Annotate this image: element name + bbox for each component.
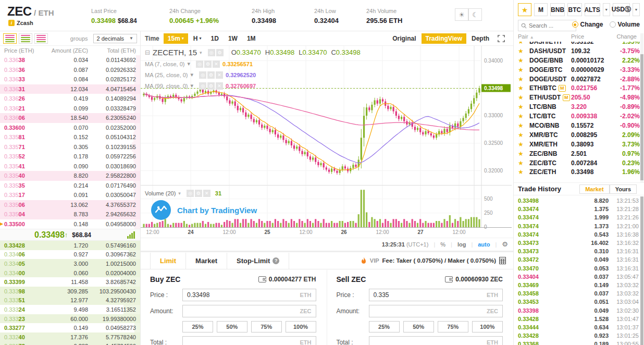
buy-amount-input[interactable]	[183, 305, 316, 317]
orderbook-ask-row[interactable]: 0.336380.0340.01143692	[0, 55, 140, 65]
trade-row[interactable]: 0.334530.05113:03:04	[514, 298, 640, 306]
tab-stop-limit[interactable]: Stop-Limit?	[227, 253, 289, 269]
chevron-down-icon[interactable]: ▼	[603, 3, 610, 16]
orderbook-ask-row[interactable]: 0.336260.4190.14089294	[0, 94, 140, 104]
interval-15m[interactable]: 15m▾	[164, 33, 188, 44]
trade-row[interactable]: 0.3347316.40213:16:32	[514, 239, 640, 247]
orderbook-ask-row[interactable]: 0.335170.0910.03050047	[0, 190, 140, 200]
orderbook-ask-row[interactable]: 0.335710.3050.10239155	[0, 142, 140, 152]
tab-usds[interactable]: USDⓈ	[613, 3, 630, 16]
radio-change[interactable]: Change	[572, 21, 603, 28]
dark-theme-icon[interactable]: ☾	[468, 8, 482, 21]
interval-H[interactable]: H▾	[189, 33, 206, 44]
star-icon[interactable]: ★	[518, 57, 529, 64]
gear-icon[interactable]: ⚙	[204, 60, 212, 68]
trade-row[interactable]: 0.334730.31013:16:31	[514, 247, 640, 255]
eye-icon[interactable]: ◎	[199, 82, 206, 90]
gear-icon[interactable]: ⚙	[207, 71, 215, 79]
percent-button[interactable]: 100%	[286, 321, 316, 332]
orderbook-ask-row[interactable]: 0.335520.1780.05972256	[0, 152, 140, 162]
vip-label[interactable]: VIP	[370, 257, 379, 264]
collapse-icon[interactable]: ⊟	[145, 49, 150, 56]
trade-row[interactable]: 0.334720.04913:16:31	[514, 255, 640, 264]
light-theme-icon[interactable]: ☀	[455, 8, 468, 21]
search-input[interactable]	[529, 22, 571, 29]
tab-bnb[interactable]: BNB	[550, 3, 565, 16]
chevron-down-icon[interactable]: ▾	[178, 191, 181, 196]
depth-bars-icon[interactable]	[127, 231, 135, 239]
percent-button[interactable]: 100%	[472, 321, 503, 332]
star-icon[interactable]: ★	[518, 66, 529, 73]
orderbook-ask-row[interactable]: 0.3363112.0344.04715454	[0, 84, 140, 94]
buy-total-input[interactable]	[183, 337, 316, 345]
trade-row[interactable]: 0.334440.63413:01:37	[514, 323, 640, 331]
star-icon[interactable]: ★	[518, 141, 529, 148]
history-tab-yours[interactable]: Yours	[610, 184, 637, 194]
tab-alts[interactable]: ALTS	[585, 3, 600, 16]
percent-button[interactable]: 25%	[182, 321, 213, 332]
pair-row[interactable]: ★LTC/BTC0.009338-2.02%	[514, 112, 640, 121]
orderbook-bid-row[interactable]: 0.3332360.00019.99380000	[0, 314, 140, 324]
orderbook-ask-row[interactable]: 0.336000.0700.02352000	[0, 123, 140, 133]
trade-row[interactable]: 0.334690.14913:03:32	[514, 281, 640, 289]
percent-button[interactable]: 75%	[438, 321, 468, 332]
sell-price-input[interactable]	[369, 289, 503, 301]
star-icon[interactable]: ★	[518, 122, 529, 129]
market-search[interactable]	[518, 20, 576, 31]
orderbook-bid-row[interactable]: 0.333249.4983.16511352	[0, 305, 140, 314]
pair-row[interactable]: ★DASH/USDT109.32-3.75%	[514, 46, 640, 56]
gear-icon[interactable]: ⚙	[195, 190, 202, 197]
star-icon[interactable]: ★	[518, 94, 529, 101]
orderbook-bid-row[interactable]: 0.3339911.4583.82685742	[0, 277, 140, 287]
percent-scale-button[interactable]: %	[440, 241, 445, 248]
star-icon[interactable]: ★	[518, 42, 529, 45]
orderbook-ask-row[interactable]: 0.335810.1520.05104312	[0, 132, 140, 142]
eye-icon[interactable]: ◎	[208, 49, 215, 56]
book-view-both-icon[interactable]	[3, 33, 17, 44]
tab-btc[interactable]: BTC	[567, 3, 581, 16]
eye-icon[interactable]: ◎	[196, 60, 203, 68]
radio-volume[interactable]: Volume	[610, 21, 640, 28]
percent-button[interactable]: 75%	[251, 321, 282, 332]
pair-row[interactable]: ★ETH/USDTM205.50-4.98%	[514, 93, 640, 102]
gear-icon[interactable]: ⚙	[207, 82, 215, 90]
close-icon[interactable]: ✕	[216, 71, 223, 79]
star-icon[interactable]: ★	[518, 47, 529, 55]
trade-row[interactable]: 0.333980.04913:02:30	[514, 306, 640, 314]
close-icon[interactable]: ✕	[203, 190, 210, 197]
pair-row[interactable]: ★DOGE/BNB0.000101722.22%	[514, 56, 640, 65]
percent-button[interactable]: 50%	[403, 321, 434, 332]
trade-row[interactable]: 0.334700.05313:16:31	[514, 264, 640, 273]
favorites-tab[interactable]: ★	[518, 3, 531, 16]
pair-row[interactable]: ★ZEC/ETH0.334981.96%	[514, 167, 640, 177]
chevron-down-icon[interactable]: ▾	[200, 50, 202, 55]
pair-row[interactable]: ★XMR/ETH0.380933.73%	[514, 140, 640, 149]
star-icon[interactable]: ★	[518, 131, 529, 139]
orderbook-ask-row[interactable]: 0.336210.0990.03328479	[0, 104, 140, 114]
eye-icon[interactable]: ◎	[199, 71, 206, 79]
trade-row[interactable]: 0.334280.92313:01:25	[514, 331, 640, 340]
trade-row[interactable]: 0.334281.52813:01:47	[514, 315, 640, 323]
chart-mode-depth[interactable]: Depth	[467, 33, 493, 44]
interval-1D[interactable]: 1D	[207, 33, 223, 44]
sell-total-input[interactable]	[369, 337, 503, 345]
star-icon[interactable]: ★	[518, 113, 529, 120]
pair-row[interactable]: ★ZEC/BNB2.5010.97%	[514, 149, 640, 158]
orderbook-ask-row[interactable]: 0.336360.0870.02926332	[0, 65, 140, 75]
interval-1W[interactable]: 1W	[224, 33, 242, 44]
orderbook-bid-row[interactable]: 0.334053.0001.00215000	[0, 259, 140, 268]
chart-mode-original[interactable]: Original	[388, 33, 420, 44]
trade-row[interactable]: 0.334580.03713:03:32	[514, 289, 640, 298]
info-icon[interactable]: i	[8, 20, 15, 26]
pair-row[interactable]: ★DOGE/USDT0.0027872-2.88%	[514, 75, 640, 84]
orderbook-bid-row[interactable]: 0.334000.0600.02004000	[0, 268, 140, 278]
decimals-select[interactable]: 2 decimals ▼	[93, 34, 138, 43]
close-icon[interactable]: ✕	[216, 82, 223, 90]
calculator-icon[interactable]	[499, 257, 506, 264]
pair-row[interactable]: ★ETH/BTCM0.021756-1.77%	[514, 83, 640, 93]
gear-icon[interactable]: ⚙	[216, 49, 224, 56]
log-scale-button[interactable]: log	[457, 241, 466, 248]
trade-row[interactable]: 0.333680.18913:00:55	[514, 340, 640, 345]
eye-icon[interactable]: ◎	[187, 190, 194, 197]
fullscreen-icon[interactable]	[493, 33, 509, 44]
